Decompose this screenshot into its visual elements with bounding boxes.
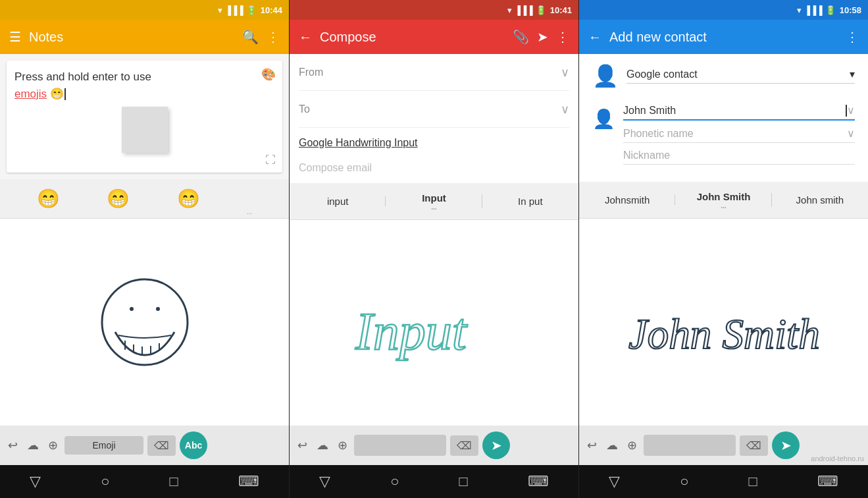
home-nav-icon[interactable]: ○ — [101, 473, 109, 490]
suggestion-john-smith-lower[interactable]: John smith — [772, 192, 868, 208]
emoji-suggestion-bar: 😁 😁 😁 ... — [0, 179, 289, 219]
account-selector[interactable]: Google contact ▾ — [626, 68, 855, 84]
compose-back-nav[interactable]: ▽ — [319, 473, 330, 490]
globe-icon[interactable]: ⊕ — [45, 435, 61, 455]
contact-recents-nav[interactable]: □ — [748, 473, 757, 490]
compose-toolbar: ← Compose 📎 ➤ ⋮ — [290, 20, 578, 54]
delete-icon[interactable]: ⌫ — [147, 435, 176, 456]
compose-recents-nav[interactable]: □ — [459, 473, 467, 490]
contact-delete-icon[interactable]: ⌫ — [740, 435, 768, 456]
svg-text:Input: Input — [355, 302, 468, 360]
compose-send-button[interactable]: ➤ — [482, 431, 510, 459]
recents-nav-icon[interactable]: □ — [169, 473, 178, 490]
menu-icon[interactable]: ☰ — [9, 29, 21, 45]
back-nav-icon[interactable]: ▽ — [30, 473, 41, 490]
smile-face-drawing — [92, 269, 197, 375]
emoji-suggestion-3[interactable]: 😁 — [177, 188, 200, 209]
contact-keyboard-spacer — [644, 435, 736, 456]
to-chevron[interactable]: ∨ — [561, 102, 569, 117]
more-icon[interactable]: ⋮ — [267, 29, 280, 45]
undo-icon[interactable]: ↩ — [5, 435, 20, 455]
contact-word-suggestions: Johnsmith John Smith ... John smith — [579, 182, 868, 219]
compose-cloud-icon[interactable]: ☁ — [314, 435, 331, 455]
notes-keyboard-bar: ↩ ☁ ⊕ Emoji ⌫ Abc — [0, 426, 289, 465]
nickname-field[interactable]: Nickname — [623, 150, 855, 165]
emoji-suggestion-1[interactable]: 😁 — [37, 188, 60, 209]
compose-more-icon[interactable]: ⋮ — [556, 29, 569, 45]
contact-cloud-icon[interactable]: ☁ — [603, 435, 621, 455]
compose-title: Compose — [320, 30, 505, 45]
email-compose-field[interactable]: Compose email — [290, 153, 578, 183]
attach-icon[interactable]: 📎 — [513, 29, 529, 45]
contact-keyboard-nav[interactable]: ⌨ — [817, 473, 838, 490]
compose-send-icon[interactable]: ➤ — [537, 29, 548, 45]
notes-status-bar: ▾ ▐▐▐ 🔋 10:44 — [0, 0, 289, 20]
text-cursor — [64, 88, 66, 100]
contact-person-icon: 👤 — [592, 108, 615, 130]
compose-panel: ▾ ▐▐▐ 🔋 10:41 ← Compose 📎 ➤ ⋮ From ∨ To … — [289, 0, 579, 498]
compose-nav-bar: ▽ ○ □ ⌨ — [290, 465, 578, 498]
contact-time: 10:58 — [840, 5, 861, 15]
svg-point-2 — [156, 307, 160, 311]
contact-more-icon[interactable]: ⋮ — [846, 29, 859, 45]
account-chevron-icon: ▾ — [850, 68, 855, 80]
account-label: Google contact — [626, 69, 698, 80]
contact-nav-bar: ▽ ○ □ ⌨ android-tehno.ru — [579, 465, 868, 498]
contact-fields: John Smith ∨ Phonetic name ∨ Nickname — [623, 104, 855, 165]
compose-back-icon[interactable]: ← — [299, 30, 312, 45]
palette-icon[interactable]: 🎨 — [261, 67, 276, 82]
contact-name-field[interactable]: John Smith ∨ — [623, 104, 855, 121]
suggestion-input-lower[interactable]: input — [290, 193, 386, 209]
emoji-suggestion-2[interactable]: 😁 — [107, 188, 130, 209]
contact-home-nav[interactable]: ○ — [680, 473, 688, 490]
phonetic-name-field[interactable]: Phonetic name ∨ — [623, 127, 855, 143]
from-field-row: From ∨ — [299, 54, 569, 91]
search-icon[interactable]: 🔍 — [242, 29, 259, 45]
keyboard-nav-icon[interactable]: ⌨ — [238, 473, 259, 490]
contact-back-nav[interactable]: ▽ — [609, 473, 620, 490]
abc-button[interactable]: Abc — [180, 431, 207, 459]
notes-panel: ▾ ▐▐▐ 🔋 10:44 ☰ Notes 🔍 ⋮ 🎨 Press and ho… — [0, 0, 289, 498]
contact-name-value[interactable]: John Smith — [623, 105, 845, 117]
name-expand-icon[interactable]: ∨ — [847, 104, 855, 117]
note-text[interactable]: Press and hold enter to use emojis 😁 — [14, 69, 274, 102]
battery-icon-3: 🔋 — [825, 5, 836, 15]
contact-status-bar: ▾ ▐▐▐ 🔋 10:58 — [579, 0, 868, 20]
to-field-row: To ∨ — [299, 91, 569, 128]
note-card: 🎨 Press and hold enter to use emojis 😁 ⛶ — [7, 61, 282, 173]
keyboard-source-text: Google Handwriting — [299, 137, 394, 148]
suggestion-johnsmith[interactable]: Johnsmith — [579, 192, 675, 208]
phonetic-chevron[interactable]: ∨ — [847, 127, 855, 140]
compose-handwriting-area: Input — [290, 220, 578, 426]
contact-undo-icon[interactable]: ↩ — [584, 435, 600, 455]
compose-keyboard-spacer — [354, 435, 446, 456]
to-label: To — [299, 103, 338, 115]
compose-keyboard-nav[interactable]: ⌨ — [528, 473, 549, 490]
compose-undo-icon[interactable]: ↩ — [295, 435, 310, 455]
contact-handwriting-svg: John Smith — [625, 273, 823, 372]
notes-status-icons: ▾ ▐▐▐ 🔋 — [218, 5, 257, 15]
battery-icon: 🔋 — [246, 5, 257, 15]
compose-delete-icon[interactable]: ⌫ — [450, 435, 478, 456]
suggestion-dots-c2: ... — [675, 202, 771, 209]
wifi-icon: ▾ — [218, 5, 222, 15]
nickname-placeholder: Nickname — [623, 150, 855, 161]
battery-icon-2: 🔋 — [536, 5, 546, 15]
contact-globe-icon[interactable]: ⊕ — [625, 435, 640, 455]
signal-icon-2: ▐▐▐ — [515, 5, 533, 15]
suggestion-input-cap[interactable]: Input ... — [386, 190, 482, 213]
contact-account-row: 👤 Google contact ▾ — [592, 63, 855, 94]
compose-status-bar: ▾ ▐▐▐ 🔋 10:41 — [290, 0, 578, 20]
compose-home-nav[interactable]: ○ — [390, 473, 399, 490]
contact-send-button[interactable]: ➤ — [772, 431, 800, 459]
from-chevron[interactable]: ∨ — [561, 65, 569, 80]
expand-icon[interactable]: ⛶ — [265, 154, 276, 166]
from-label: From — [299, 67, 338, 78]
compose-globe-icon[interactable]: ⊕ — [335, 435, 350, 455]
suggestion-in-put[interactable]: In put — [482, 193, 578, 209]
signal-icon: ▐▐▐ — [225, 5, 243, 15]
contact-back-icon[interactable]: ← — [588, 30, 601, 45]
emoji-keyboard-button[interactable]: Emoji — [64, 436, 143, 455]
cloud-icon[interactable]: ☁ — [24, 435, 41, 455]
suggestion-john-smith[interactable]: John Smith ... — [675, 188, 771, 212]
